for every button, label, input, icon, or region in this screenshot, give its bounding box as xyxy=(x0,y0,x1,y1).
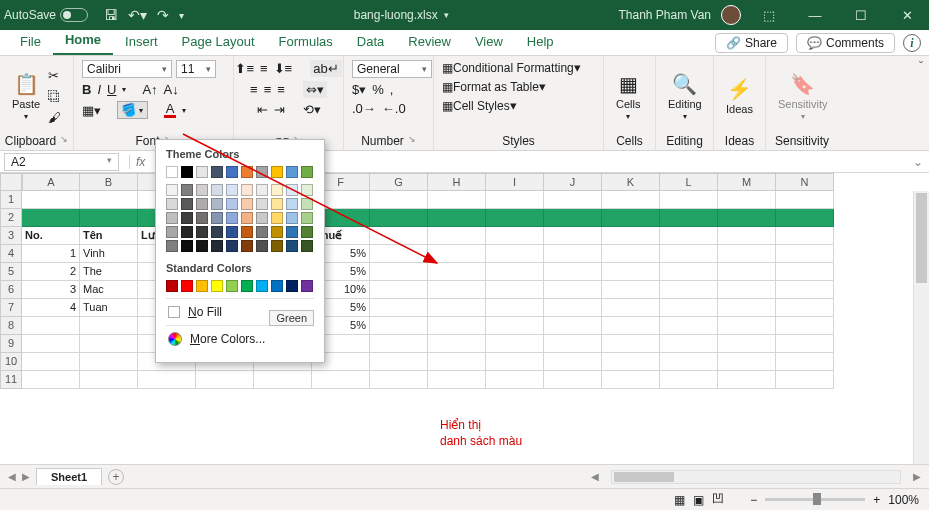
expand-formula-icon[interactable]: ⌄ xyxy=(907,155,929,169)
cell[interactable] xyxy=(776,227,834,245)
cell[interactable] xyxy=(660,245,718,263)
ribbon-display-icon[interactable]: ⬚ xyxy=(751,8,787,23)
tab-view[interactable]: View xyxy=(463,29,515,55)
color-swatch[interactable] xyxy=(166,280,178,292)
row-header[interactable]: 1 xyxy=(0,191,22,209)
save-icon[interactable]: 🖫 xyxy=(104,7,118,23)
cell[interactable] xyxy=(660,191,718,209)
cell[interactable] xyxy=(544,227,602,245)
color-swatch[interactable] xyxy=(301,198,313,210)
color-swatch[interactable] xyxy=(241,280,253,292)
color-swatch[interactable] xyxy=(181,184,193,196)
cell[interactable] xyxy=(80,353,138,371)
cell[interactable]: Vinh xyxy=(80,245,138,263)
color-swatch[interactable] xyxy=(181,240,193,252)
color-swatch[interactable] xyxy=(256,198,268,210)
cell[interactable] xyxy=(544,299,602,317)
color-swatch[interactable] xyxy=(241,198,253,210)
row-header[interactable]: 5 xyxy=(0,263,22,281)
tab-data[interactable]: Data xyxy=(345,29,396,55)
cell[interactable] xyxy=(486,335,544,353)
align-center-icon[interactable]: ≡ xyxy=(264,82,272,97)
color-swatch[interactable] xyxy=(271,198,283,210)
increase-indent-icon[interactable]: ⇥ xyxy=(274,102,285,117)
decrease-decimal-icon[interactable]: ←.0 xyxy=(382,101,406,116)
color-swatch[interactable] xyxy=(211,240,223,252)
color-swatch[interactable] xyxy=(301,240,313,252)
share-button[interactable]: 🔗Share xyxy=(715,33,788,53)
color-swatch[interactable] xyxy=(166,212,178,224)
cell[interactable] xyxy=(486,371,544,389)
color-swatch[interactable] xyxy=(211,166,223,178)
cell[interactable] xyxy=(486,209,544,227)
color-swatch[interactable] xyxy=(256,280,268,292)
color-swatch[interactable] xyxy=(286,166,298,178)
color-swatch[interactable] xyxy=(256,240,268,252)
cell[interactable] xyxy=(544,263,602,281)
ideas-button[interactable]: ⚡Ideas xyxy=(722,75,757,117)
cell[interactable] xyxy=(22,191,80,209)
cell[interactable] xyxy=(544,209,602,227)
color-swatch[interactable] xyxy=(226,226,238,238)
cell[interactable] xyxy=(544,245,602,263)
cell[interactable] xyxy=(602,209,660,227)
color-swatch[interactable] xyxy=(301,212,313,224)
cell[interactable] xyxy=(486,227,544,245)
cell[interactable] xyxy=(428,281,486,299)
row-header[interactable]: 2 xyxy=(0,209,22,227)
cell[interactable] xyxy=(776,245,834,263)
cell[interactable]: The xyxy=(80,263,138,281)
cell[interactable] xyxy=(486,263,544,281)
name-box[interactable]: A2▾ xyxy=(4,153,119,171)
cell[interactable] xyxy=(718,335,776,353)
copy-icon[interactable]: ⿻ xyxy=(48,89,61,104)
cell[interactable] xyxy=(718,227,776,245)
cell[interactable] xyxy=(602,371,660,389)
tab-home[interactable]: Home xyxy=(53,27,113,55)
tab-help[interactable]: Help xyxy=(515,29,566,55)
color-swatch[interactable] xyxy=(286,184,298,196)
color-swatch[interactable] xyxy=(271,240,283,252)
color-swatch[interactable] xyxy=(166,226,178,238)
zoom-level[interactable]: 100% xyxy=(888,493,919,507)
cell[interactable] xyxy=(428,353,486,371)
cell[interactable] xyxy=(602,245,660,263)
orientation-icon[interactable]: ⟲▾ xyxy=(303,102,321,117)
cell[interactable] xyxy=(776,317,834,335)
color-swatch[interactable] xyxy=(226,198,238,210)
cell-styles-button[interactable]: ▦ Cell Styles ▾ xyxy=(442,98,517,113)
cell[interactable] xyxy=(22,317,80,335)
color-swatch[interactable] xyxy=(301,184,313,196)
cell[interactable] xyxy=(22,371,80,389)
cell[interactable] xyxy=(370,371,428,389)
new-sheet-icon[interactable]: + xyxy=(108,469,124,485)
redo-icon[interactable]: ↷ xyxy=(157,7,169,23)
percent-icon[interactable]: % xyxy=(372,82,384,97)
collapse-ribbon-icon[interactable]: ˇ xyxy=(913,56,929,150)
row-header[interactable]: 10 xyxy=(0,353,22,371)
color-swatch[interactable] xyxy=(181,280,193,292)
column-header[interactable]: G xyxy=(370,173,428,191)
column-header[interactable]: H xyxy=(428,173,486,191)
cell[interactable] xyxy=(602,191,660,209)
cell[interactable] xyxy=(602,227,660,245)
cell[interactable] xyxy=(718,263,776,281)
cell[interactable] xyxy=(80,317,138,335)
borders-button[interactable]: ▦▾ xyxy=(82,103,101,118)
decrease-indent-icon[interactable]: ⇤ xyxy=(257,102,268,117)
color-swatch[interactable] xyxy=(301,280,313,292)
color-swatch[interactable] xyxy=(181,166,193,178)
bold-button[interactable]: B xyxy=(82,82,91,97)
cell[interactable] xyxy=(776,191,834,209)
align-right-icon[interactable]: ≡ xyxy=(277,82,285,97)
cell[interactable] xyxy=(660,317,718,335)
cell[interactable]: Tên xyxy=(80,227,138,245)
row-header[interactable]: 8 xyxy=(0,317,22,335)
column-header[interactable]: B xyxy=(80,173,138,191)
cell[interactable] xyxy=(660,371,718,389)
launcher-icon[interactable]: ↘ xyxy=(408,134,416,148)
horizontal-scrollbar[interactable] xyxy=(611,470,901,484)
cell[interactable] xyxy=(544,281,602,299)
color-swatch[interactable] xyxy=(271,166,283,178)
color-swatch[interactable] xyxy=(166,240,178,252)
